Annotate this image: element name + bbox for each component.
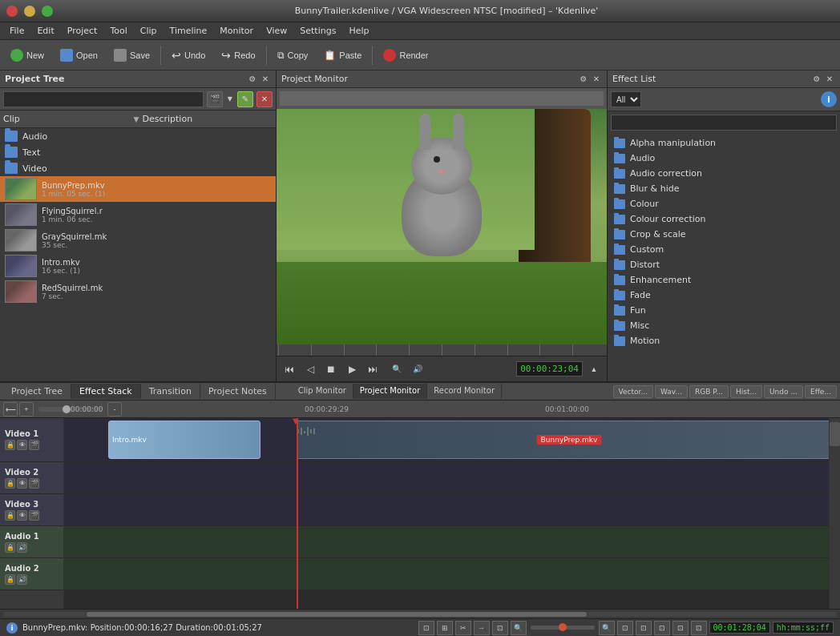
- clip-intro[interactable]: Intro.mkv 16 sec. (1): [0, 253, 276, 279]
- effect-info-btn[interactable]: i: [821, 91, 837, 107]
- rtab-hist[interactable]: Hist...: [730, 385, 762, 398]
- timeline-vscroll[interactable]: [829, 418, 840, 609]
- status-timecode-format[interactable]: hh:mm:ss;ff: [773, 622, 834, 634]
- timeline-hscroll[interactable]: [0, 609, 840, 618]
- clip-delete-btn[interactable]: ✕: [256, 91, 273, 107]
- tab-effect-stack[interactable]: Effect Stack: [71, 384, 141, 399]
- status-btn-1[interactable]: ⊡: [418, 621, 434, 635]
- playhead[interactable]: [297, 418, 298, 609]
- tab-clip-monitor[interactable]: Clip Monitor: [292, 384, 353, 399]
- stop-btn[interactable]: ⏹: [321, 360, 341, 378]
- monitor-timecode[interactable]: 00:00:23;04: [516, 361, 583, 376]
- track-v2-eye[interactable]: 👁: [17, 478, 27, 489]
- status-btn-end[interactable]: ⊡: [691, 621, 707, 635]
- hscroll-thumb[interactable]: [87, 612, 587, 617]
- tl-zoom-out-btn[interactable]: -: [107, 402, 122, 417]
- step-back-btn[interactable]: ◁: [301, 360, 320, 378]
- menu-edit[interactable]: Edit: [30, 24, 60, 38]
- folder-text[interactable]: Text: [0, 144, 276, 160]
- track-v1-film[interactable]: 🎬: [29, 440, 39, 450]
- effect-crop[interactable]: Crop & scale: [608, 227, 840, 242]
- status-btn-fps[interactable]: ⊡: [617, 621, 633, 635]
- menu-help[interactable]: Help: [342, 24, 375, 38]
- effect-colour[interactable]: Colour: [608, 196, 840, 211]
- copy-button[interactable]: ⧉ Copy: [270, 46, 316, 64]
- effect-distort[interactable]: Distort: [608, 257, 840, 272]
- minimize-btn[interactable]: [24, 6, 35, 17]
- track-a1-mute[interactable]: 🔊: [17, 542, 27, 553]
- menu-project[interactable]: Project: [61, 24, 104, 38]
- tab-record-monitor[interactable]: Record Monitor: [427, 384, 502, 399]
- play-end-btn[interactable]: ⏭: [363, 360, 382, 378]
- effect-alpha[interactable]: Alpha manipulation: [608, 135, 840, 151]
- status-btn-out[interactable]: ⊡: [654, 621, 670, 635]
- menu-view[interactable]: View: [260, 24, 293, 38]
- monitor-close-icon[interactable]: ✕: [591, 74, 602, 85]
- status-btn-in[interactable]: ⊡: [636, 621, 652, 635]
- menu-settings[interactable]: Settings: [293, 24, 342, 38]
- effect-misc[interactable]: Misc: [608, 318, 840, 333]
- add-clip-btn[interactable]: 🎬: [207, 91, 223, 107]
- status-zoom-plus[interactable]: 🔍: [599, 621, 615, 635]
- effect-fade[interactable]: Fade: [608, 288, 840, 303]
- status-btn-clip[interactable]: ⊡: [672, 621, 689, 635]
- track-a2-lock[interactable]: 🔒: [5, 574, 15, 585]
- track-v3-lock[interactable]: 🔒: [5, 510, 15, 521]
- tl-fit-btn[interactable]: ⟵: [3, 402, 18, 417]
- track-v1-lock[interactable]: 🔒: [5, 440, 15, 450]
- menu-file[interactable]: File: [3, 24, 30, 38]
- effect-custom[interactable]: Custom: [608, 242, 840, 257]
- effect-enhancement[interactable]: Enhancement: [608, 272, 840, 288]
- menu-monitor[interactable]: Monitor: [213, 24, 260, 38]
- track-v2-film[interactable]: 🎬: [29, 478, 39, 489]
- tl-zoom-in-btn[interactable]: +: [19, 402, 34, 417]
- menu-timeline[interactable]: Timeline: [164, 24, 214, 38]
- panel-config-icon[interactable]: ⚙: [247, 74, 258, 85]
- status-btn-5[interactable]: ⊡: [492, 621, 508, 635]
- effect-colour-correction[interactable]: Colour correction: [608, 211, 840, 227]
- render-button[interactable]: Render: [376, 46, 435, 65]
- effect-motion[interactable]: Motion: [608, 333, 840, 348]
- effect-audio[interactable]: Audio: [608, 151, 840, 166]
- track-v3-eye[interactable]: 👁: [17, 510, 27, 521]
- clip-redsquirrel[interactable]: RedSquirrel.mk 7 sec.: [0, 279, 276, 304]
- open-button[interactable]: Open: [53, 46, 105, 65]
- save-button[interactable]: Save: [107, 46, 157, 65]
- redo-button[interactable]: ↪ Redo: [214, 46, 262, 65]
- tab-project-notes[interactable]: Project Notes: [200, 384, 276, 399]
- rtab-effe[interactable]: Effe...: [805, 385, 837, 398]
- undo-button[interactable]: ↩ Undo: [164, 46, 212, 65]
- effect-blur[interactable]: Blur & hide: [608, 181, 840, 196]
- clip-search-input[interactable]: [3, 91, 204, 107]
- maximize-btn[interactable]: [42, 6, 53, 17]
- clip-flyingsquirrel[interactable]: FlyingSquirrel.r 1 min. 06 sec.: [0, 202, 276, 227]
- tab-project-tree[interactable]: Project Tree: [3, 384, 71, 399]
- clip-graysquirrel[interactable]: GraySquirrel.mk 35 sec.: [0, 227, 276, 253]
- status-timecode[interactable]: 00:01:28;04: [709, 622, 770, 634]
- menu-tool[interactable]: Tool: [103, 24, 133, 38]
- track-a1-lock[interactable]: 🔒: [5, 542, 15, 553]
- rtab-wav[interactable]: Wav...: [655, 385, 688, 398]
- tab-transition[interactable]: Transition: [141, 384, 200, 399]
- track-v2-lock[interactable]: 🔒: [5, 478, 15, 489]
- rtab-vector[interactable]: Vector...: [613, 385, 653, 398]
- status-btn-4[interactable]: →: [474, 621, 490, 635]
- hscroll-track[interactable]: [3, 612, 837, 617]
- effect-config-icon[interactable]: ⚙: [811, 74, 822, 85]
- clip-intro-timeline[interactable]: Intro.mkv: [108, 421, 260, 459]
- status-btn-2[interactable]: ⊞: [437, 621, 453, 635]
- panel-close-icon[interactable]: ✕: [260, 74, 271, 85]
- monitor-zoom-btn[interactable]: 🔍: [387, 360, 406, 378]
- clip-bunnyprep[interactable]: BunnyPrep.mkv 1 min. 05 sec. (1): [0, 176, 276, 202]
- tab-project-monitor[interactable]: Project Monitor: [353, 384, 427, 399]
- rtab-rgbp[interactable]: RGB P...: [689, 385, 729, 398]
- menu-clip[interactable]: Clip: [134, 24, 164, 38]
- paste-button[interactable]: 📋 Paste: [317, 46, 369, 64]
- track-a2-mute[interactable]: 🔊: [17, 574, 27, 585]
- effect-fun[interactable]: Fun: [608, 303, 840, 318]
- status-btn-3[interactable]: ✂: [455, 621, 471, 635]
- vscroll-thumb[interactable]: [830, 422, 840, 446]
- monitor-path-input[interactable]: [280, 91, 604, 106]
- new-button[interactable]: New: [3, 46, 51, 65]
- status-zoom-slider[interactable]: [531, 626, 595, 630]
